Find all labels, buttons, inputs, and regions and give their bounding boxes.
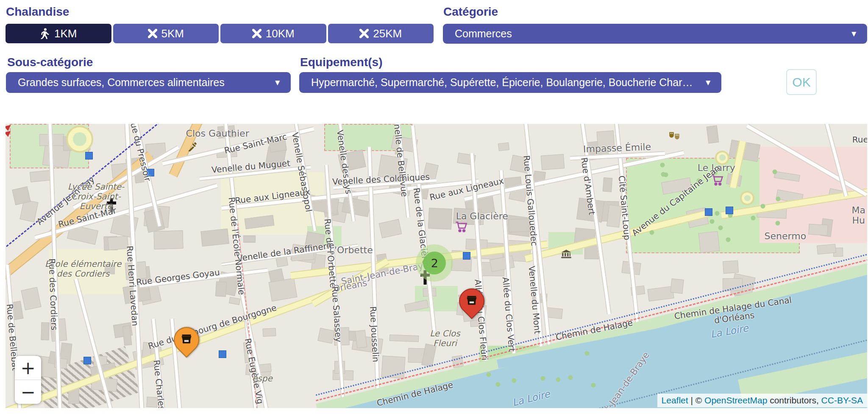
openstreetmap-link[interactable]: OpenStreetMap — [704, 395, 767, 405]
chalandise-option-label: 25KM — [373, 27, 402, 40]
chalandise-option-5km[interactable]: 5KM — [113, 24, 219, 43]
categorie-select[interactable]: Commerces ▼ — [443, 24, 867, 44]
zoom-in-button[interactable]: + — [15, 356, 41, 380]
chalandise-option-1km[interactable]: 1KM — [6, 24, 111, 43]
leaflet-map[interactable]: Clos GauthierRue Saint-MarcVenelle du Mu… — [6, 124, 867, 408]
equipements-select[interactable]: Hypermarché, Supermarché, Supérette, Épi… — [299, 72, 721, 93]
map-zoom-control: + − — [15, 356, 41, 404]
x-icon — [252, 29, 262, 38]
map-attribution: Leaflet | © OpenStreetMap contributors, … — [657, 394, 867, 407]
storefront-icon — [466, 295, 477, 307]
chalandise-label: Chalandise — [6, 5, 69, 19]
map-markers-layer: 2 — [6, 124, 867, 408]
chevron-down-icon: ▼ — [264, 78, 291, 87]
ok-button[interactable]: OK — [786, 69, 817, 95]
categorie-label: Catégorie — [443, 5, 498, 19]
chalandise-option-label: 5KM — [161, 27, 184, 40]
shop-marker-red[interactable] — [453, 283, 490, 319]
sous-categorie-value: Grandes surfaces, Commerces alimentaires — [6, 76, 264, 89]
license-link[interactable]: CC-BY-SA — [821, 395, 863, 405]
attribution-separator: | — [688, 395, 696, 405]
categorie-value: Commerces — [443, 28, 840, 40]
store-locator-app: Chalandise Catégorie Sous-catégorie Equi… — [0, 0, 868, 414]
x-icon — [148, 29, 157, 38]
leaflet-link[interactable]: Leaflet — [662, 395, 688, 405]
x-icon — [359, 29, 369, 38]
equipements-value: Hypermarché, Supermarché, Supérette, Épi… — [299, 76, 695, 89]
zoom-out-button[interactable]: − — [15, 380, 41, 404]
chalandise-segmented-control: 1KM5KM10KM25KM — [6, 24, 434, 43]
chevron-down-icon: ▼ — [695, 78, 721, 87]
sous-categorie-label: Sous-catégorie — [7, 56, 93, 69]
shop-marker-orange[interactable] — [168, 322, 204, 358]
attribution-copyright: © — [696, 395, 704, 405]
chalandise-option-25km[interactable]: 25KM — [328, 24, 434, 43]
chevron-down-icon: ▼ — [840, 29, 867, 39]
attribution-contributors: contributors, — [767, 395, 821, 405]
equipements-label: Equipement(s) — [300, 56, 382, 69]
chalandise-option-label: 10KM — [266, 27, 295, 40]
storefront-icon — [181, 334, 192, 346]
walking-icon — [40, 28, 50, 39]
cluster-count: 2 — [423, 252, 446, 274]
sous-categorie-select[interactable]: Grandes surfaces, Commerces alimentaires… — [6, 72, 291, 93]
chalandise-option-10km[interactable]: 10KM — [220, 24, 326, 43]
chalandise-option-label: 1KM — [54, 27, 77, 40]
